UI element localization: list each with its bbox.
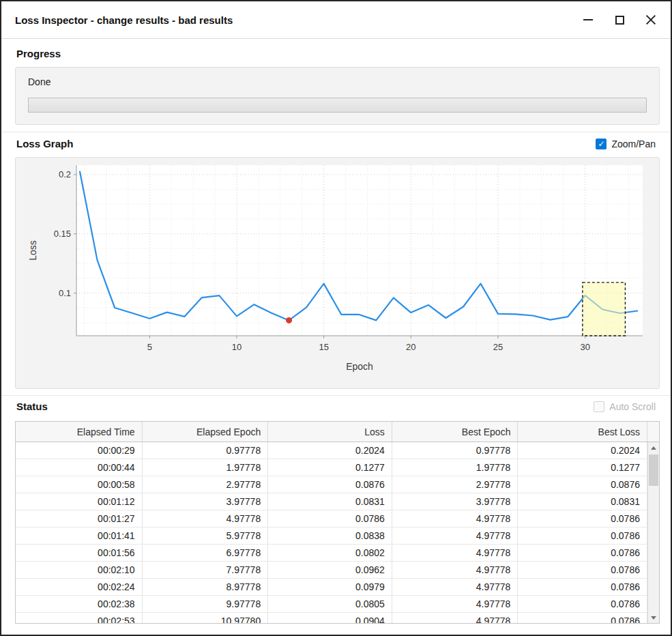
table-row[interactable]: 00:00:441.977780.12771.977780.1277 <box>16 459 647 476</box>
status-table-body: 00:00:290.977780.20240.977780.202400:00:… <box>16 442 647 623</box>
scroll-up-icon <box>651 446 656 450</box>
table-cell: 0.0876 <box>518 476 647 493</box>
table-cell: 0.2024 <box>268 442 392 459</box>
table-cell: 4.97778 <box>392 579 518 595</box>
x-tick-label: 25 <box>493 342 503 352</box>
table-row[interactable]: 00:00:582.977780.08762.977780.0876 <box>16 476 647 493</box>
table-row[interactable]: 00:01:123.977780.08313.977780.0831 <box>16 493 647 510</box>
table-cell: 0.0786 <box>518 579 647 595</box>
zoom-selection-rect[interactable] <box>583 283 626 336</box>
table-cell: 3.97778 <box>143 493 269 510</box>
minimize-icon <box>583 19 593 20</box>
x-tick-label: 10 <box>232 342 242 352</box>
maximize-icon <box>615 16 624 25</box>
table-row[interactable]: 00:02:107.977780.09624.977780.0786 <box>16 562 647 579</box>
minimize-button[interactable] <box>576 9 600 31</box>
x-tick-label: 5 <box>147 342 152 352</box>
table-cell: 2.97778 <box>143 476 269 493</box>
scrollbar-down-button[interactable] <box>648 612 659 623</box>
table-cell: 0.0786 <box>518 562 647 578</box>
progress-label: Done <box>28 76 50 87</box>
table-cell: 00:00:58 <box>16 476 143 493</box>
status-table-header: Elapsed TimeElapsed EpochLossBest EpochB… <box>16 422 659 442</box>
check-icon: ✓ <box>598 140 604 148</box>
table-cell: 3.97778 <box>392 493 518 510</box>
y-tick-label: 0.15 <box>54 229 71 239</box>
zoom-pan-label: Zoom/Pan <box>611 139 656 149</box>
column-header[interactable]: Elapsed Time <box>16 422 143 442</box>
scrollbar-thumb[interactable] <box>649 454 658 486</box>
x-tick-label: 20 <box>406 342 415 352</box>
loss-chart[interactable]: 0.10.150.251015202530EpochLoss <box>16 158 659 388</box>
table-row[interactable]: 00:02:389.977780.08054.977780.0786 <box>16 596 647 613</box>
table-cell: 0.0786 <box>518 545 647 561</box>
zoom-pan-checkbox[interactable]: ✓ <box>596 139 607 149</box>
table-cell: 0.0786 <box>518 527 647 544</box>
window-controls <box>576 9 662 31</box>
header-filler <box>647 422 659 442</box>
progress-heading: Progress <box>16 48 61 59</box>
status-table: Elapsed TimeElapsed EpochLossBest EpochB… <box>15 421 660 624</box>
table-row[interactable]: 00:00:290.977780.20240.977780.2024 <box>16 442 647 459</box>
table-cell: 00:01:56 <box>16 545 143 561</box>
table-row[interactable]: 00:02:5310.977800.09044.977780.0786 <box>16 613 647 623</box>
table-cell: 00:02:24 <box>16 579 143 595</box>
close-button[interactable] <box>639 9 662 31</box>
table-cell: 0.0962 <box>268 562 392 578</box>
column-header[interactable]: Best Epoch <box>392 422 518 442</box>
table-cell: 00:01:41 <box>16 527 143 544</box>
table-cell: 0.2024 <box>518 442 647 459</box>
auto-scroll-checkbox-row: Auto Scroll <box>594 401 656 412</box>
section-divider <box>1 395 671 396</box>
table-row[interactable]: 00:01:274.977780.07864.977780.0786 <box>16 510 647 527</box>
table-cell: 4.97778 <box>392 545 518 561</box>
column-header[interactable]: Best Loss <box>518 422 647 442</box>
table-cell: 1.97778 <box>143 459 269 476</box>
table-row[interactable]: 00:01:415.977780.08384.977780.0786 <box>16 527 647 545</box>
table-cell: 00:02:53 <box>16 613 143 623</box>
loss-graph-heading: Loss Graph <box>16 138 73 149</box>
vertical-scrollbar[interactable] <box>647 442 659 623</box>
scrollbar-up-button[interactable] <box>648 442 659 453</box>
table-cell: 0.0805 <box>268 596 392 612</box>
maximize-button[interactable] <box>608 9 631 31</box>
table-cell: 0.97778 <box>392 442 518 459</box>
auto-scroll-checkbox <box>594 401 604 412</box>
table-cell: 2.97778 <box>392 476 518 493</box>
table-cell: 9.97778 <box>143 596 269 612</box>
table-cell: 00:02:10 <box>16 562 143 578</box>
highlight-point-marker[interactable] <box>286 317 292 323</box>
table-cell: 0.0786 <box>518 596 647 612</box>
table-cell: 0.0802 <box>268 545 392 561</box>
table-cell: 0.1277 <box>268 459 392 476</box>
table-cell: 0.0786 <box>518 510 647 527</box>
table-cell: 0.0831 <box>268 493 392 510</box>
table-row[interactable]: 00:02:248.977780.09794.977780.0786 <box>16 579 647 596</box>
table-cell: 00:01:27 <box>16 510 143 527</box>
table-cell: 8.97778 <box>143 579 269 595</box>
table-row[interactable]: 00:01:566.977780.08024.977780.0786 <box>16 545 647 562</box>
table-cell: 0.0786 <box>268 510 392 527</box>
progress-bar <box>28 98 647 113</box>
x-tick-label: 15 <box>319 342 328 352</box>
y-axis-title: Loss <box>27 240 38 261</box>
table-cell: 1.97778 <box>392 459 518 476</box>
table-cell: 0.0786 <box>518 613 647 623</box>
table-cell: 4.97778 <box>392 527 518 544</box>
title-bar: Loss Inspector - change results - bad re… <box>1 1 671 39</box>
close-icon <box>645 14 656 25</box>
x-tick-label: 30 <box>580 342 589 352</box>
table-cell: 10.97780 <box>143 613 269 623</box>
table-cell: 0.0979 <box>268 579 392 595</box>
plot-area[interactable] <box>76 165 643 336</box>
loss-graph-groupbox: 0.10.150.251015202530EpochLoss <box>15 157 660 389</box>
column-header[interactable]: Elapsed Epoch <box>143 422 269 442</box>
status-heading: Status <box>16 401 48 412</box>
table-cell: 4.97778 <box>392 596 518 612</box>
table-cell: 6.97778 <box>143 545 269 561</box>
auto-scroll-label: Auto Scroll <box>609 401 656 412</box>
table-cell: 0.0838 <box>268 527 392 544</box>
table-cell: 0.97778 <box>143 442 269 459</box>
column-header[interactable]: Loss <box>268 422 392 442</box>
table-cell: 5.97778 <box>143 527 269 544</box>
